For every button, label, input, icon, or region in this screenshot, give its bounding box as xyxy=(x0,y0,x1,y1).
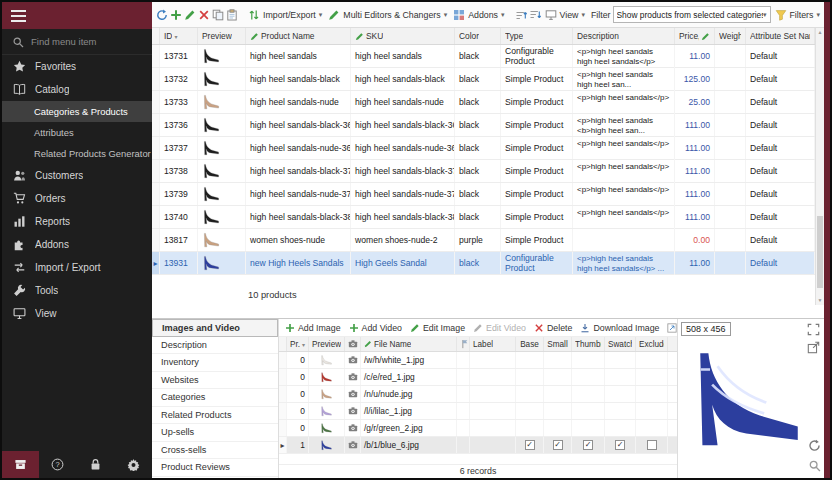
tab-description[interactable]: Description xyxy=(152,337,278,355)
image-row[interactable]: 0/l/i/lilac_1.jpg xyxy=(279,403,677,420)
column-header-id[interactable]: ID▾ xyxy=(160,28,198,44)
sidebar-item-view[interactable]: View xyxy=(2,302,152,325)
image-row[interactable]: 0/n/u/nude.jpg xyxy=(279,386,677,403)
product-row[interactable]: 13739high heel sandals-nude-37high heel … xyxy=(152,183,815,206)
import-export-menu[interactable]: Import/Export ▾ xyxy=(246,7,324,23)
product-row[interactable]: 13732high heel sandals-blackhigh heel sa… xyxy=(152,68,815,91)
sidebar-subitem-attributes[interactable]: Attributes xyxy=(2,122,152,143)
flag-column-header[interactable] xyxy=(457,337,470,351)
column-header-exclude[interactable]: Exclude xyxy=(636,337,668,351)
sidebar-item-reports[interactable]: Reports xyxy=(2,210,152,233)
small-checkbox[interactable]: ✓ xyxy=(553,440,563,450)
scroll-down-arrow[interactable]: ▼ xyxy=(816,296,824,305)
scroll-up-arrow[interactable]: ▲ xyxy=(816,28,824,37)
tab-up-sells[interactable]: Up-sells xyxy=(152,424,278,442)
lock-button[interactable] xyxy=(77,451,115,478)
product-row[interactable]: 13817women shoes-nudewomen shoes-nude-2p… xyxy=(152,229,815,252)
tab-images-and-video[interactable]: Images and Video xyxy=(152,319,278,337)
sidebar-item-tools[interactable]: Tools xyxy=(2,279,152,302)
cell-base xyxy=(516,386,544,402)
exclude-checkbox[interactable] xyxy=(647,440,657,450)
product-row[interactable]: ▸13931new High Heels SandalsHigh Geels S… xyxy=(152,252,815,275)
help-button[interactable]: ? xyxy=(39,451,77,478)
delete-image-button[interactable]: Delete xyxy=(534,323,572,333)
product-row[interactable]: 13740high heel sandals-black-38high heel… xyxy=(152,206,815,229)
tab-inventory[interactable]: Inventory xyxy=(152,354,278,372)
refresh-button[interactable] xyxy=(156,6,168,24)
scrollbar-thumb[interactable] xyxy=(817,216,823,288)
image-row[interactable]: ▸1/b/1/blue_6.jpg✓✓✓✓ xyxy=(279,437,677,454)
add-image-button[interactable]: Add Image xyxy=(285,323,341,333)
swatch-checkbox[interactable]: ✓ xyxy=(615,440,625,450)
column-header-type[interactable]: Type xyxy=(501,28,573,44)
column-header-preview[interactable]: Preview xyxy=(198,28,246,44)
edit-product-button[interactable] xyxy=(184,6,196,24)
sidebar-item-import-export[interactable]: Import / Export xyxy=(2,256,152,279)
copy-button[interactable] xyxy=(212,6,224,24)
sort-descending-button[interactable] xyxy=(529,6,541,24)
product-row[interactable]: 13738high heel sandals-black-37high heel… xyxy=(152,160,815,183)
sidebar-subitem-related-products-generator[interactable]: Related Products Generator xyxy=(2,143,152,164)
sidebar-item-favorites[interactable]: Favorites xyxy=(2,55,152,78)
delete-product-button[interactable] xyxy=(198,6,210,24)
sidebar-subitem-categories-products[interactable]: Categories & Products xyxy=(2,101,152,122)
column-header-description[interactable]: Description xyxy=(573,28,675,44)
column-header-weight[interactable]: Weight xyxy=(715,28,746,44)
column-header-swatch[interactable]: Swatch xyxy=(605,337,636,351)
tab-websites[interactable]: Websites xyxy=(152,372,278,390)
download-image-button[interactable]: Download Image xyxy=(580,323,659,333)
base-checkbox[interactable]: ✓ xyxy=(525,440,535,450)
column-header-price[interactable]: Price, xyxy=(675,28,715,44)
camera-column-header[interactable] xyxy=(345,337,361,351)
sidebar-item-orders[interactable]: Orders xyxy=(2,187,152,210)
settings-button[interactable] xyxy=(114,451,152,478)
tab-categories[interactable]: Categories xyxy=(152,389,278,407)
menu-toggle-button[interactable] xyxy=(2,2,152,29)
column-header-product-name[interactable]: Product Name xyxy=(246,28,351,44)
column-header-base[interactable]: Base xyxy=(516,337,544,351)
product-row[interactable]: 13736high heel sandals-black-36high heel… xyxy=(152,114,815,137)
filters-menu[interactable]: Filters ▾ xyxy=(773,7,822,23)
column-header-label[interactable]: Label xyxy=(470,337,516,351)
multi-editors-menu[interactable]: Multi Editors & Changers ▾ xyxy=(326,7,449,23)
sidebar-item-addons[interactable]: Addons xyxy=(2,233,152,256)
image-row[interactable]: 0/w/h/white_1.jpg xyxy=(279,352,677,369)
column-header-color[interactable]: Color xyxy=(455,28,501,44)
column-header-thumbnail[interactable]: Thumbna xyxy=(572,337,605,351)
product-row[interactable]: 13737high heel sandals-nude-36high heel … xyxy=(152,137,815,160)
tab-related-products[interactable]: Related Products xyxy=(152,407,278,425)
tab-product-reviews[interactable]: Product Reviews xyxy=(152,459,278,477)
add-product-button[interactable] xyxy=(170,6,182,24)
tab-cross-sells[interactable]: Cross-sells xyxy=(152,442,278,460)
addons-menu[interactable]: Addons ▾ xyxy=(451,7,506,23)
edit-image-button[interactable]: Edit Image xyxy=(410,323,465,333)
zoom-icon[interactable] xyxy=(808,459,821,472)
column-header-sku[interactable]: SKU xyxy=(351,28,455,44)
column-header-preview[interactable]: Preview xyxy=(309,337,345,351)
sort-ascending-button[interactable] xyxy=(515,6,527,24)
cell-price: 111.00 xyxy=(675,137,715,159)
paste-icon xyxy=(226,9,238,21)
sidebar-item-customers[interactable]: Customers xyxy=(2,164,152,187)
image-row[interactable]: 0/g/r/green_2.jpg xyxy=(279,420,677,437)
set-resize-rule-button[interactable]: Set Resize Rule xyxy=(667,323,677,333)
thumbna-checkbox[interactable]: ✓ xyxy=(583,440,593,450)
rotate-icon[interactable] xyxy=(808,439,821,452)
edit-video-button[interactable]: Edit Video xyxy=(473,323,526,333)
store-button[interactable] xyxy=(2,451,39,478)
view-menu[interactable]: View ▾ xyxy=(543,7,587,23)
sidebar-search-input[interactable]: Find menu item xyxy=(2,29,152,55)
column-header-attribute-set-name[interactable]: Attribute Set Name xyxy=(746,28,815,44)
add-video-button[interactable]: Add Video xyxy=(349,323,402,333)
column-header-position[interactable]: Pr...▾ xyxy=(287,337,309,351)
sidebar-item-catalog[interactable]: Catalog xyxy=(2,78,152,101)
cell-color: black xyxy=(455,183,501,205)
column-header-small[interactable]: Small xyxy=(544,337,572,351)
product-row[interactable]: 13731high heel sandalshigh heel sandalsb… xyxy=(152,45,815,68)
paste-button[interactable] xyxy=(226,6,238,24)
image-row[interactable]: 0/c/e/red_1.jpg xyxy=(279,369,677,386)
filter-category-select[interactable]: Show products from selected categories ▾ xyxy=(613,6,771,23)
column-header-file-name[interactable]: File Name xyxy=(361,337,457,351)
product-row[interactable]: 13733high heel sandals-nudehigh heel san… xyxy=(152,91,815,114)
grid-vertical-scrollbar[interactable]: ▲ ▼ xyxy=(815,28,824,305)
